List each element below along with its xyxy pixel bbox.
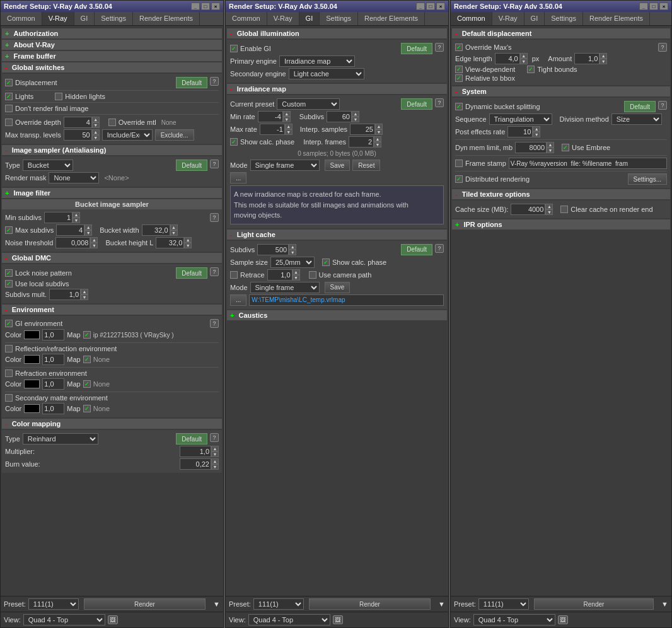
gi-env-help[interactable]: ?	[210, 319, 219, 328]
interp-frames-down[interactable]: ▼	[374, 142, 381, 148]
close-btn-left[interactable]: ×	[211, 3, 220, 10]
exclude-btn[interactable]: Exclude...	[155, 129, 194, 141]
override-depth-checkbox[interactable]	[5, 119, 13, 126]
lock-noise-help[interactable]: ?	[210, 267, 219, 276]
cm-help[interactable]: ?	[210, 433, 219, 442]
subdivs-mult-up[interactable]: ▲	[81, 289, 88, 294]
min-subdivs-up[interactable]: ▲	[72, 212, 80, 218]
maximize-btn-mid[interactable]: □	[426, 3, 435, 10]
interp-samples-down[interactable]: ▼	[375, 129, 383, 135]
subdivs-down[interactable]: ▼	[352, 117, 359, 122]
view-icon-right[interactable]: 🖼	[558, 615, 568, 624]
lc-show-calc-checkbox[interactable]	[322, 259, 330, 266]
bucket-width-up[interactable]: ▲	[170, 224, 178, 230]
cache-size-down[interactable]: ▼	[545, 209, 553, 215]
maximize-btn-right[interactable]: □	[649, 3, 658, 10]
section-caustics[interactable]: + Caustics	[227, 310, 447, 320]
post-effects-up[interactable]: ▲	[533, 126, 540, 132]
tab-mid-vray[interactable]: V-Ray	[267, 12, 299, 25]
sequence-dropdown[interactable]: Triangulation	[489, 113, 552, 125]
tab-right-vray[interactable]: V-Ray	[492, 12, 524, 25]
current-preset-default-btn[interactable]: Default	[401, 98, 432, 110]
tab-left-settings[interactable]: Settings	[95, 12, 133, 25]
dyn-mem-up[interactable]: ▲	[547, 142, 554, 148]
lc-path-input[interactable]	[249, 294, 444, 306]
max-rate-input[interactable]	[260, 124, 285, 135]
min-subdivs-help[interactable]: ?	[210, 213, 219, 222]
displacement-default-btn[interactable]: Default	[176, 77, 207, 88]
bucket-height-up[interactable]: ▲	[184, 237, 192, 243]
gi-color-val-input[interactable]	[42, 329, 64, 340]
type-help-btn[interactable]: ?	[210, 160, 219, 168]
lights-checkbox[interactable]	[5, 93, 13, 100]
show-calc-checkbox[interactable]	[230, 138, 238, 146]
tight-bounds-checkbox[interactable]	[527, 66, 535, 73]
amount-input[interactable]	[574, 53, 600, 64]
frame-stamp-checkbox[interactable]	[455, 160, 463, 167]
edge-length-down[interactable]: ▼	[520, 59, 528, 64]
view-dropdown-right[interactable]: Quad 4 - Top	[473, 614, 555, 625]
tab-left-vray[interactable]: V-Ray	[42, 12, 74, 25]
render-btn-mid[interactable]: Render	[309, 598, 431, 610]
dyn-bucket-default-btn[interactable]: Default	[624, 101, 656, 112]
min-rate-input[interactable]	[258, 111, 283, 122]
maximize-btn-left[interactable]: □	[201, 3, 210, 10]
lc-camera-path-checkbox[interactable]	[309, 271, 316, 279]
max-subdivs-up[interactable]: ▲	[84, 224, 92, 230]
max-transp-up[interactable]: ▲	[92, 129, 100, 135]
close-btn-right[interactable]: ×	[659, 3, 668, 10]
post-effects-down[interactable]: ▼	[533, 132, 540, 137]
max-rate-down[interactable]: ▼	[285, 129, 293, 135]
gi-env-checkbox[interactable]	[5, 320, 13, 327]
tab-mid-render-elements[interactable]: Render Elements	[358, 12, 425, 25]
refl-map-checkbox[interactable]	[83, 356, 91, 363]
dist-rendering-checkbox[interactable]	[455, 175, 463, 183]
amount-up[interactable]: ▲	[600, 53, 607, 59]
lc-mode-dropdown[interactable]: Single frame	[250, 282, 320, 293]
frame-stamp-input[interactable]	[509, 158, 667, 169]
current-preset-dropdown[interactable]: Custom	[277, 98, 340, 110]
view-dropdown-mid[interactable]: Quad 4 - Top	[248, 614, 330, 625]
section-image-sampler[interactable]: - Image sampler (Antialiasing)	[2, 145, 222, 155]
interp-samples-up[interactable]: ▲	[375, 124, 383, 129]
section-default-displacement[interactable]: - Default displacement	[452, 28, 670, 38]
min-rate-down[interactable]: ▼	[283, 117, 291, 122]
sec-map-checkbox[interactable]	[83, 405, 91, 412]
preset-dropdown-left[interactable]: 111(1)	[28, 598, 79, 610]
im-save-btn[interactable]: Save	[325, 160, 350, 171]
minimize-btn-right[interactable]: _	[639, 3, 648, 10]
refl-color-input[interactable]	[42, 354, 64, 365]
section-frame-buffer[interactable]: + Frame buffer	[2, 51, 222, 61]
section-environment[interactable]: - Environment	[2, 305, 222, 315]
section-global-dmc[interactable]: - Global DMC	[2, 253, 222, 263]
secondary-engine-dropdown[interactable]: Light cache	[289, 68, 364, 79]
division-method-dropdown[interactable]: Size	[611, 113, 662, 125]
tab-right-settings[interactable]: Settings	[545, 12, 583, 25]
amount-down[interactable]: ▼	[600, 59, 607, 64]
subdivs-input[interactable]	[327, 111, 352, 122]
section-light-cache[interactable]: - Light cache	[227, 230, 447, 240]
settings-btn[interactable]: Settings...	[628, 173, 667, 185]
refr-map-checkbox[interactable]	[83, 380, 91, 388]
bucket-width-down[interactable]: ▼	[170, 230, 178, 236]
section-authorization[interactable]: + Authorization	[2, 28, 222, 38]
view-icon-mid[interactable]: 🖼	[333, 615, 343, 624]
minimize-btn-left[interactable]: _	[191, 3, 200, 10]
cm-default-btn[interactable]: Default	[176, 433, 207, 445]
burn-down[interactable]: ▼	[211, 464, 219, 470]
section-global-switches[interactable]: - Global switches	[2, 62, 222, 73]
override-depth-input[interactable]	[64, 117, 92, 128]
max-rate-up[interactable]: ▲	[285, 124, 293, 129]
refr-color-input[interactable]	[42, 378, 64, 390]
view-dropdown-left[interactable]: Quad 4 - Top	[23, 614, 105, 625]
section-gi[interactable]: - Global illumination	[227, 28, 447, 38]
tab-left-render-elements[interactable]: Render Elements	[133, 12, 200, 25]
lc-retrace-up[interactable]: ▲	[293, 269, 300, 275]
override-maxs-help[interactable]: ?	[658, 43, 667, 52]
enable-gi-checkbox[interactable]	[230, 45, 238, 52]
override-depth-up[interactable]: ▲	[92, 117, 100, 122]
burn-up[interactable]: ▲	[211, 458, 219, 464]
max-subdivs-down[interactable]: ▼	[84, 230, 92, 236]
refl-checkbox[interactable]	[5, 345, 13, 352]
im-reset-btn[interactable]: Reset	[352, 160, 380, 171]
